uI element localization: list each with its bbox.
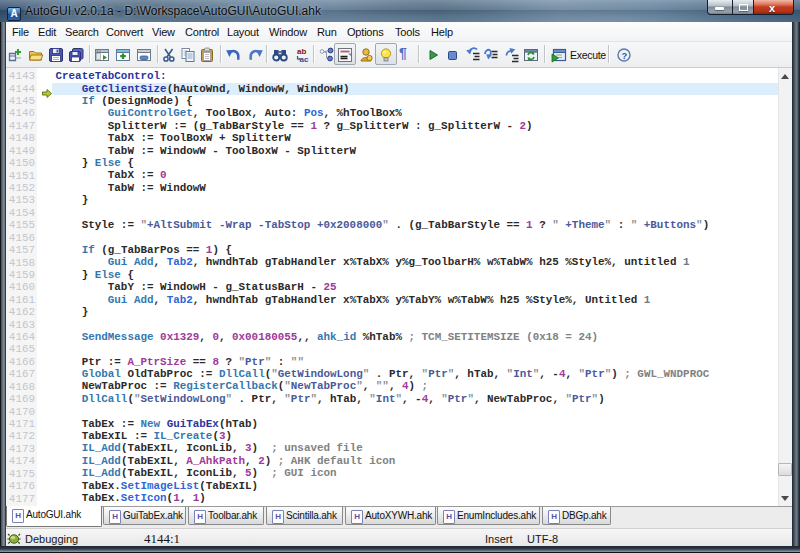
svg-text:?: ? bbox=[622, 50, 628, 61]
svg-text:ac: ac bbox=[300, 55, 309, 63]
